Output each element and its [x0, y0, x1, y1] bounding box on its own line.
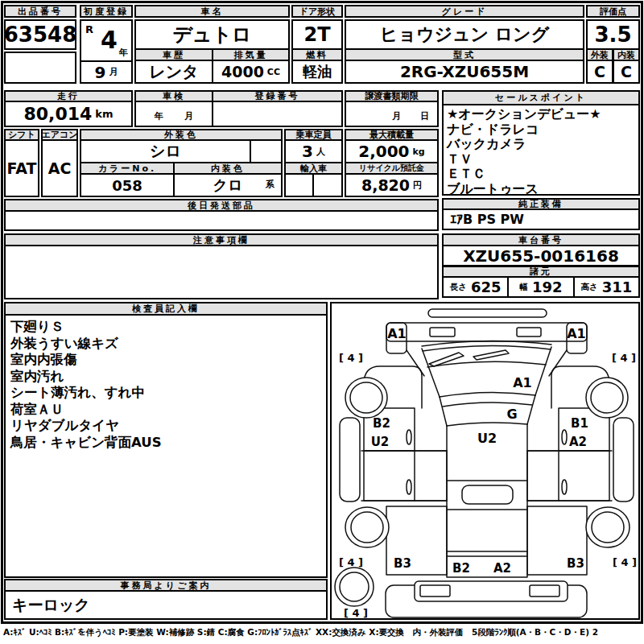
lot-empty-cell — [4, 52, 76, 84]
import-cell-a — [284, 173, 314, 197]
damage-rear-gate-left: B2 — [452, 561, 470, 576]
length-label: 長さ — [450, 282, 467, 293]
front-bumper — [428, 309, 547, 317]
sales-point-item: ブルートゥース — [447, 182, 635, 197]
later-parts — [4, 210, 439, 231]
wheel-rear-left — [345, 507, 389, 547]
windshield-left-edge — [422, 349, 440, 397]
height-label: 高さ — [580, 282, 597, 293]
grade: ヒョウジュン ロング — [345, 19, 584, 50]
height-value: 311 — [602, 279, 633, 295]
damage-diagram: A1 A1 A1 G U2 B2 U2 B1 A2 B3 B3 B2 A2 [ … — [330, 302, 640, 620]
inspector-line: リヤダブルタイヤ — [10, 418, 321, 435]
lot-number-label: 出品番号 — [4, 5, 76, 18]
damage-side-left-rear: B3 — [394, 556, 411, 571]
sales-point-item: ナビ・ドラレコ — [447, 122, 635, 138]
shaken-cell: 年 月 — [134, 101, 213, 127]
sales-point-item: ＴＶ — [447, 152, 635, 167]
windshield-trim — [423, 345, 551, 351]
cowl-right — [527, 395, 535, 424]
door-handle-right — [562, 430, 567, 444]
interior-color: クロ 系 — [173, 173, 283, 197]
max-load-value: 2,000 — [358, 142, 409, 161]
sales-points-label: セールスポイント — [444, 92, 638, 105]
inspector-line: 室内汚れ — [10, 369, 321, 386]
aircon: AC — [41, 139, 78, 197]
sales-points-list: ★オークションデビュー★ ナビ・ドラレコ バックカメラ ＴＶ ＥＴＣ ブルートゥ… — [444, 105, 638, 198]
door-handle-left — [407, 430, 411, 444]
damage-front-corner-right: A1 — [567, 326, 586, 341]
fuel: 軽油 — [291, 60, 343, 84]
damage-door-right-bottom: A2 — [569, 435, 587, 449]
import-cell-b — [312, 173, 343, 197]
car-name-label: 車名 — [134, 5, 290, 18]
sales-points-box: セールスポイント ★オークションデビュー★ ナビ・ドラレコ バックカメラ ＴＶ … — [442, 90, 640, 196]
first-registration-month-cell: 9 月 — [80, 60, 133, 84]
spare-tire — [335, 568, 374, 606]
inspector-line: 室内内張傷 — [10, 352, 321, 369]
handle-left-lower — [407, 480, 411, 494]
inspector-line: 鳥居・キャビン背面AUS — [10, 435, 321, 452]
truck-top-view: A1 A1 A1 G U2 B2 U2 B1 A2 B3 B3 B2 A2 [ … — [332, 303, 638, 618]
dimensions-row: 長さ 625 幅 192 高さ 311 — [442, 276, 640, 298]
cowl-line — [443, 402, 532, 407]
displacement-value: 4000 — [221, 63, 264, 80]
width-cell: 幅 192 — [507, 278, 572, 296]
damage-side-right-rear: B3 — [567, 556, 584, 571]
displacement: 4000 CC — [212, 60, 290, 84]
office-info: キーロック — [4, 590, 328, 620]
equipment: ｴｱB PS PW — [442, 208, 640, 230]
inspector-notes: 下廻りＳ 外装うすい線キズ 室内内張傷 室内汚れ シート薄汚れ、すれ中 荷室ＡＵ… — [4, 314, 328, 578]
handle-right-lower — [562, 480, 567, 494]
mileage: 80,014 km — [4, 101, 133, 127]
transfer-month-unit: 月 — [392, 110, 401, 122]
tire-depth-front-left: [ 4 ] — [339, 352, 363, 364]
color-number: 058 — [80, 173, 175, 197]
cab-floor-top — [447, 423, 527, 426]
score-label: 評価点 — [586, 5, 640, 18]
truck-outline — [335, 309, 634, 617]
width-label: 幅 — [519, 282, 528, 293]
max-load: 2,000 kg — [345, 139, 439, 163]
registration-month: 9 — [95, 63, 106, 82]
length-cell: 長さ 625 — [444, 278, 507, 296]
recycle-deposit: 8,820 円 — [345, 173, 439, 197]
chassis-number: XZU655-0016168 — [442, 245, 640, 266]
exterior-grade: C — [586, 60, 613, 84]
inspector-line: 下廻りＳ — [10, 319, 321, 336]
mileage-value: 80,014 — [23, 104, 92, 124]
recycle-value: 8,820 — [361, 176, 410, 194]
legend: A:ｷｽﾞ U:ﾍｺﾐ B:ｷｽﾞを伴うﾍｺﾐ P:要塗装 W:補修跡 S:錆 … — [3, 627, 642, 638]
sales-point-item: ＥＴＣ — [447, 167, 635, 182]
mid-panel-left — [364, 451, 447, 501]
sales-point-item: ★オークションデビュー★ — [447, 107, 635, 122]
lot-number: 63548 — [4, 19, 76, 50]
exterior-color: シロ — [80, 139, 251, 163]
inspector-line: 外装うすい線キズ — [10, 336, 321, 353]
rear-bumper-bar — [415, 581, 568, 601]
headlight-left — [430, 328, 455, 336]
cab-front-panel — [386, 323, 587, 341]
inspector-line: シート薄汚れ、すれ中 — [10, 385, 321, 402]
recycle-unit: 円 — [413, 180, 422, 192]
inspector-line: 荷室ＡＵ — [10, 402, 321, 419]
auction-score: 3.5 — [586, 19, 640, 50]
month-unit: 月 — [109, 66, 118, 78]
era-mark: R — [85, 23, 93, 35]
tire-depth-rear-left: [ 4 ] — [339, 556, 363, 568]
damage-cab-floor: U2 — [477, 431, 497, 446]
width-value: 192 — [532, 279, 563, 295]
car-name: デュトロ — [134, 19, 290, 50]
mid-panel-right — [527, 451, 609, 501]
door-shape: 2T — [291, 19, 343, 50]
first-registration-label: 初度登録 — [80, 5, 133, 18]
capacity-value: 3 — [302, 142, 313, 161]
auction-sheet: 出品番号 63548 初度登録 R 4 年 9 月 車名 デュトロ 車歴 レンタ… — [0, 0, 644, 644]
transfer-day-unit: 日 — [420, 110, 429, 122]
damage-door-right-top: B1 — [571, 416, 588, 431]
wheel-front-right — [586, 378, 628, 418]
door-shape-label: ドア形状 — [291, 5, 343, 18]
damage-front-corner-left: A1 — [387, 326, 407, 341]
mileage-unit: km — [95, 108, 113, 120]
tire-depth-rear-right: [ 4 ] — [613, 556, 637, 568]
